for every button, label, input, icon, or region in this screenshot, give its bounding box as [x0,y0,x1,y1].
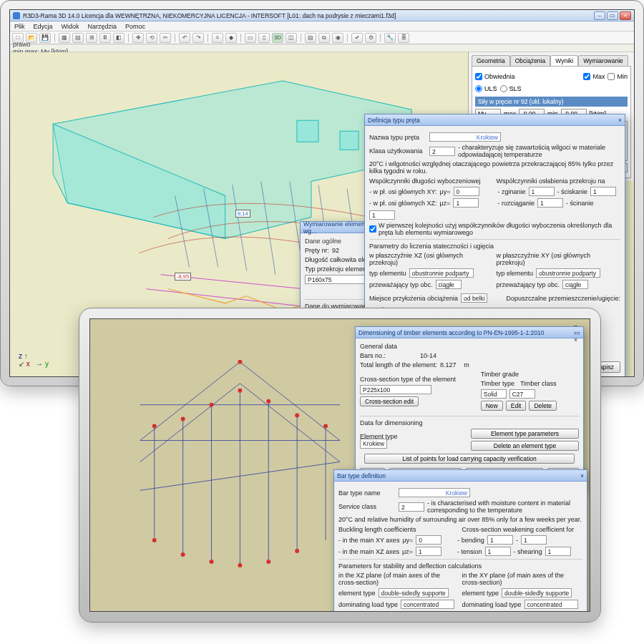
tool-settings-icon[interactable]: ⚙ [365,33,376,43]
tool-grid2-icon[interactable]: ▤ [72,33,84,43]
tool-cut-icon[interactable]: ✂ [160,33,171,43]
chk-min[interactable]: Min [608,73,628,80]
svg-point-40 [210,560,214,564]
tool-align-icon[interactable]: ≡ [212,33,223,43]
dim-max-btn[interactable]: ▭ [574,329,580,336]
svg-point-30 [152,424,157,429]
bar-tens-field[interactable]: 1 [485,547,511,556]
bar-svc-select[interactable]: 2 [399,502,424,512]
bar-shear-field[interactable]: 1 [545,547,571,556]
radio-uls[interactable]: ULS [475,85,497,92]
def-name-field[interactable]: Krokiew [429,132,501,142]
svg-point-32 [210,403,214,407]
def-shear-field[interactable]: 1 [369,210,395,220]
svg-point-31 [181,417,185,421]
def-muz-field[interactable]: 1 [453,198,479,208]
tool-doc-icon[interactable]: ▤ [305,33,316,43]
dim-ttype-select[interactable]: Solid [481,389,507,399]
def-close-btn[interactable]: × [618,117,622,124]
tool-rotate-icon[interactable]: ⟲ [146,33,157,43]
bar-muy-field[interactable]: 0 [416,535,441,545]
menu-edycja[interactable]: Edycja [34,23,53,30]
tab-obciazenia[interactable]: Obciążenia [510,55,551,66]
dim-tclass-select[interactable]: C27 [509,389,535,399]
menubar: Plik Edycja Widok Narzędzia Pomoc [10,21,634,31]
tool-redo-icon[interactable]: ↷ [192,33,204,43]
radio-sls[interactable]: SLS [500,85,522,92]
tool-check-icon[interactable]: ✔ [351,33,363,43]
tab-wyniki[interactable]: Wyniki [550,55,578,66]
tool-gem-icon[interactable]: ◆ [225,33,237,43]
tab-geometria[interactable]: Geometria [472,55,510,66]
dim-csedit-btn[interactable]: Cross-section edit [360,396,419,406]
svg-point-38 [152,538,157,542]
def-loadloc-select[interactable]: od belki [461,293,487,303]
menu-plik[interactable]: Plik [14,23,25,30]
close-button[interactable]: × [620,11,631,20]
bottom-laptop: Dimensioning of timber elements accordin… [79,308,601,623]
dim-del-btn[interactable]: Delete [529,401,557,411]
maximize-button[interactable]: ▭ [607,11,618,20]
svg-point-39 [181,552,185,557]
tool-view2-icon[interactable]: ▯ [258,33,270,43]
bar-plxz-eltype[interactable]: double-sidedly supporte [379,588,449,597]
menu-narzedzia[interactable]: Narzędzia [88,23,117,30]
menu-widok[interactable]: Widok [62,23,79,30]
tool-view4-icon[interactable]: ◫ [286,33,297,43]
bar-plxy-dload[interactable]: concentrated [525,600,578,609]
menu-pomoc[interactable]: Pomoc [125,23,145,30]
svg-point-36 [323,424,328,429]
bar-bend-field[interactable]: 1 [487,535,513,545]
def-tens-field[interactable]: 1 [537,198,563,208]
bar-name-field[interactable]: Krokiew [399,488,470,497]
tool-view1-icon[interactable]: ▭ [245,33,256,43]
tab-wymiarowanie[interactable]: Wymiarowanie [578,55,628,66]
marker-value-neg: -8,95 [175,273,191,280]
app-window-bottom: Dimensioning of timber elements accordin… [89,318,590,612]
dim-list-btn[interactable]: List of points for load carrying capacit… [364,454,575,464]
bar-plxy-eltype[interactable]: double-sidedly supporte [502,588,572,597]
def-plxy-load[interactable]: ciągłe [562,280,588,289]
dim-det-btn[interactable]: Delete an element type [471,441,579,451]
svg-rect-3 [340,131,358,150]
bar-muz-field[interactable]: 1 [416,547,441,556]
tool-move-icon[interactable]: ✥ [132,33,144,43]
def-class-select[interactable]: 2 [429,147,455,156]
dim-close-btn[interactable]: × [574,336,580,343]
def-comp-field[interactable]: 1 [590,187,616,196]
tool-calc-icon[interactable]: ≣ [398,33,409,43]
dim-new-btn[interactable]: New [481,401,503,411]
bar-bend2-field[interactable]: 1 [521,535,547,545]
bar-plxz-dload[interactable]: concentrated [401,600,454,609]
dim-len-val: 8.127 [440,361,457,369]
dim-section-field[interactable]: P225x100 [360,385,431,394]
bar-close-btn[interactable]: × [580,472,584,479]
tool-layers-icon[interactable]: ⧉ [318,33,330,43]
tool-wrench-icon[interactable]: 🔧 [384,33,396,43]
svg-point-34 [266,399,270,404]
tool-mesh-icon[interactable]: ⊞ [86,33,97,43]
dim-edit-btn[interactable]: Edit [506,401,527,411]
titlebar: R3D3-Rama 3D 14.0 Licencja dla WEWNĘTRZN… [10,10,634,21]
tool-3d-icon[interactable]: ◧ [113,33,125,43]
def-plxy-eltype[interactable]: obustronnie podparty [536,268,600,278]
dim-eltype-select[interactable]: Krokiew [360,439,387,449]
tool-columns-icon[interactable]: Ⅲ [99,33,111,43]
dim-etp-btn[interactable]: Element type parameters [471,429,579,439]
tool-view3-icon[interactable]: 3D [272,33,283,43]
tool-eye-icon[interactable]: ◉ [332,33,343,43]
tool-undo-icon[interactable]: ↶ [179,33,190,43]
chk-obwiednia[interactable]: Obwiednia [475,73,515,80]
forces-header: Siły w pręcie nr 92 (ukł. lokalny) [475,97,628,107]
def-muy-field[interactable]: 0 [454,187,479,196]
chk-max[interactable]: Max [583,73,605,80]
def-plxz-load[interactable]: ciągłe [436,280,462,289]
def-bend-field[interactable]: 1 [529,187,555,196]
def-plxz-eltype[interactable]: obustronnie podparty [409,268,474,278]
dim-min-btn[interactable]: – [574,322,580,329]
def-chk-firstuse[interactable]: W pierwszej kolejności użyj współczynnik… [369,222,620,236]
minimize-button[interactable]: – [594,11,605,20]
bartype-dialog: Bar type definition × Bar type nameKroki… [333,469,587,612]
app-icon [13,12,20,19]
wym-section-field[interactable]: P160x75 [305,275,369,284]
